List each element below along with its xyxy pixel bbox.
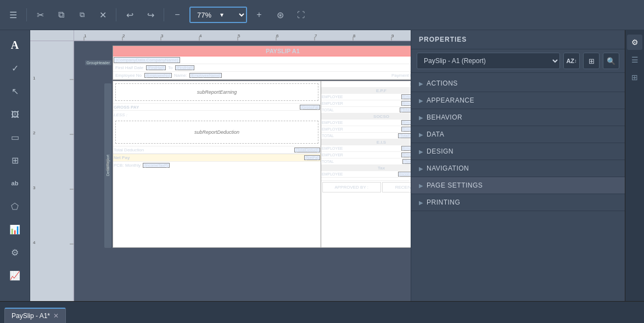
epf-title: E.P.F	[321, 88, 411, 94]
zoom-select[interactable]: ▾ 50% 75% 77% 100%	[218, 8, 246, 22]
gross-pay-row: GROSS PAY [GrossPa]	[113, 103, 321, 111]
grid-view-button[interactable]: ⊞	[583, 53, 600, 69]
svg-text:1: 1	[33, 76, 36, 81]
report-wrapper: GroupHeader PAYSLIP A1 [CompanyData.Comp…	[74, 41, 411, 253]
layers-edge-button[interactable]: ☰	[627, 52, 642, 67]
sort-az-button[interactable]: AZ ↕	[563, 53, 580, 69]
copy-icon: ⧉	[58, 10, 64, 20]
structure-edge-button[interactable]: ⊞	[627, 70, 642, 85]
eis-emp-mtd: [Employe]	[401, 146, 411, 151]
chart-line-tool-button[interactable]: 📈	[4, 265, 25, 286]
plus-icon: +	[256, 10, 261, 20]
svg-text:1: 1	[84, 33, 87, 38]
socso-title: SOCSO	[321, 114, 411, 120]
chart-bar-tool-button[interactable]: 📊	[4, 219, 25, 240]
section-printing-label: PRINTING	[427, 199, 460, 206]
svg-text:7: 7	[315, 33, 317, 38]
section-actions-label: ACTIONS	[427, 80, 458, 87]
section-page-settings[interactable]: ▶ PAGE SETTINGS	[411, 177, 625, 194]
epf-emp-mtd: [Employe]	[401, 94, 411, 99]
grid-tool-button[interactable]: ⊞	[4, 150, 25, 171]
layers-button[interactable]: ⊛	[271, 6, 289, 24]
eis-total-row: TOTAL [TotalEIS] [TotalEIS]	[321, 158, 411, 165]
eis-tot-mtd: [TotalEIS]	[402, 159, 411, 164]
eis-total-label: TOTAL	[322, 160, 349, 163]
section-behavior-arrow: ▶	[419, 115, 423, 121]
section-behavior-label: BEHAVIOR	[427, 114, 462, 121]
socso-employee-label: EMPLOYEE	[322, 121, 349, 124]
section-navigation[interactable]: ▶ NAVIGATION	[411, 160, 625, 177]
section-data-arrow: ▶	[419, 132, 423, 138]
minus-button[interactable]: −	[169, 6, 186, 24]
undo-button[interactable]: ↩	[121, 6, 138, 24]
epf-total-row: TOTAL [TotalEPF] [TotalEPF]	[321, 107, 411, 113]
tax-emp-mtd: [IncomeTa]	[398, 172, 411, 177]
cut-button[interactable]: ✂	[31, 6, 49, 24]
group-header-band: GroupHeader PAYSLIP A1 [CompanyData.Comp…	[74, 46, 411, 80]
toolbar-divider-1	[26, 8, 27, 21]
socso-employee-row: EMPLOYEE [Employe] [Employe]	[321, 120, 411, 126]
search-panel-button[interactable]: 🔍	[603, 53, 619, 69]
image-tool-button[interactable]: 🖼	[4, 104, 25, 124]
section-printing[interactable]: ▶ PRINTING	[411, 194, 625, 211]
eis-title: E.I.S	[321, 139, 411, 145]
cursor-tool-button[interactable]: ↖	[4, 81, 25, 101]
expand-button[interactable]: ⛶	[292, 6, 310, 24]
grid-view-icon: ⊞	[589, 57, 595, 65]
first-half-field: [FirstHalf]	[146, 65, 166, 70]
total-deduction-field: [TotalDeduct]	[294, 148, 320, 152]
group-header-tag: GroupHeader	[85, 60, 111, 65]
payslip-title: PAYSLIP A1	[113, 46, 411, 56]
period-row: First Half Date [FirstHalf] To [FirstHal…	[113, 64, 411, 72]
zoom-input[interactable]: 77%	[191, 8, 218, 22]
svg-text:9: 9	[391, 33, 394, 38]
company-name-field: [CompanyData.CompanyName]	[114, 57, 180, 63]
rectangle-tool-button[interactable]: ▭	[4, 127, 25, 148]
net-pay-label: Net Pay	[114, 155, 130, 160]
polygon-tool-button[interactable]: ⬠	[4, 196, 25, 217]
copy-button[interactable]: ⧉	[52, 6, 70, 24]
properties-edge-button[interactable]: ⚙	[627, 35, 642, 50]
mtd-ytd-header: MTD YTD	[321, 81, 411, 88]
net-pay-field: [NetPa]	[304, 155, 320, 160]
socso-er-mtd: [Employe]	[401, 127, 411, 132]
settings-tool-button[interactable]: ⚙	[4, 242, 25, 263]
section-design[interactable]: ▶ DESIGN	[411, 143, 625, 160]
employee-no-label: Employee No	[115, 73, 142, 78]
tab-label: PaySlip - A1*	[12, 312, 50, 320]
check-tool-button[interactable]: ✓	[4, 58, 25, 78]
delete-button[interactable]: ✕	[94, 6, 111, 24]
section-appearance[interactable]: ▶ APPEARANCE	[411, 92, 625, 109]
svg-text:2: 2	[33, 131, 36, 135]
left-sidebar: A ✓ ↖ 🖼 ▭ ⊞ ab ⬠ 📊 ⚙ 📈	[0, 30, 30, 301]
tab-close-button[interactable]: ✕	[53, 313, 59, 319]
report-select[interactable]: PaySlip - A1 (Report)	[417, 53, 560, 69]
section-actions[interactable]: ▶ ACTIONS	[411, 75, 625, 92]
section-data[interactable]: ▶ DATA	[411, 126, 625, 143]
tab-bar: PaySlip - A1* ✕	[0, 301, 644, 323]
detail-content: Detail1 subReportEarning GROSS PAY [Gros…	[113, 81, 411, 248]
paste-button[interactable]: ⧉	[73, 6, 91, 24]
employee-no-field: [EmployeeNo]	[144, 73, 172, 78]
socso-total-row: TOTAL [TotalSOC] [TotalSOC]	[321, 133, 411, 139]
gross-pay-label: GROSS PAY	[114, 105, 139, 110]
canvas-area[interactable]: 1 2 3 4 5 6 7 8 9	[30, 30, 411, 301]
cut-icon: ✂	[37, 10, 44, 20]
svg-text:3: 3	[161, 33, 164, 38]
check-tool-icon: ✓	[12, 63, 19, 73]
epf-employer-label: EMPLOYER	[322, 101, 349, 105]
text-tool-button[interactable]: A	[4, 35, 25, 55]
plus-button[interactable]: +	[250, 6, 268, 24]
redo-button[interactable]: ↪	[142, 6, 159, 24]
epf-section: E.P.F EMPLOYEE [Employe] [Employe] EMPLO…	[321, 88, 411, 114]
tab-payslip-a1[interactable]: PaySlip - A1* ✕	[4, 308, 66, 323]
eis-employee-row: EMPLOYEE [Employe] [Employe]	[321, 145, 411, 152]
socso-emp-mtd: [Employe]	[401, 120, 411, 125]
approved-by-label: APPROVED BY :	[322, 182, 381, 192]
section-behavior[interactable]: ▶ BEHAVIOR	[411, 109, 625, 126]
redo-icon: ↪	[147, 10, 154, 20]
company-row: [CompanyData.CompanyName] Date: [0r:dd/M…	[113, 56, 411, 64]
hamburger-menu-button[interactable]: ☰	[4, 6, 22, 24]
svg-text:2: 2	[122, 33, 125, 38]
field-tool-button[interactable]: ab	[4, 173, 25, 194]
